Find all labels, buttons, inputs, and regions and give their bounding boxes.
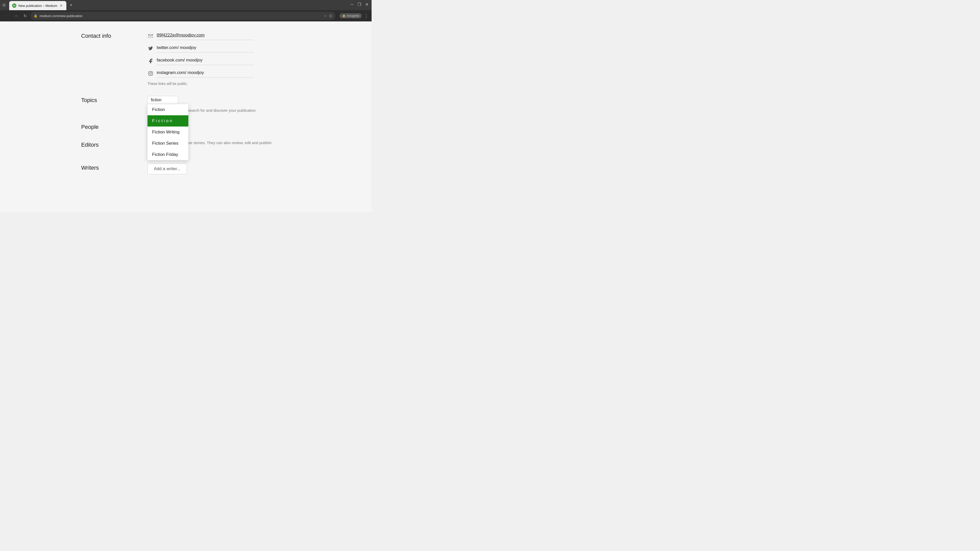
back-button[interactable]: ←: [3, 12, 10, 19]
reader-mode-icon[interactable]: ⊡: [329, 14, 332, 18]
facebook-icon: [148, 58, 154, 64]
twitter-input[interactable]: [157, 44, 254, 52]
contact-info-content: These links will be public.: [148, 32, 290, 86]
svg-point-3: [151, 72, 152, 73]
incognito-icon: 🕵: [342, 14, 346, 17]
topics-dropdown: Fiction F i c t i o n Fiction Writing Fi…: [148, 104, 188, 160]
tab-list-icon[interactable]: ▼: [2, 3, 6, 7]
writers-content: Add a writer...: [148, 164, 290, 174]
browser-window: ▼ M New publication – Medium ✕ + ─ ❐ ✕: [0, 0, 372, 212]
address-right-icons: ☆ ⊡: [324, 14, 332, 18]
tab-nav-area: ▼: [2, 3, 6, 7]
contact-info-label: Contact info: [81, 32, 137, 86]
writers-section: Writers Add a writer...: [81, 164, 290, 174]
incognito-badge: 🕵 Incognito: [339, 13, 362, 18]
incognito-label: Incognito: [347, 14, 360, 17]
facebook-input[interactable]: [157, 57, 254, 65]
new-tab-button[interactable]: +: [67, 2, 75, 9]
email-input[interactable]: [157, 32, 254, 40]
browser-chrome: ▼ M New publication – Medium ✕ + ─ ❐ ✕: [0, 0, 372, 21]
topics-label: Topics: [81, 96, 137, 113]
contact-info-section: Contact info: [81, 32, 290, 86]
twitter-icon: [148, 45, 154, 52]
content-container: Contact info: [71, 32, 301, 174]
email-field-row: [148, 32, 290, 40]
dropdown-item-fiction-series[interactable]: Fiction Series: [148, 138, 188, 149]
close-button[interactable]: ✕: [365, 2, 369, 7]
tab-bar: ▼ M New publication – Medium ✕ + ─ ❐ ✕: [0, 0, 372, 10]
dropdown-item-fiction-friday[interactable]: Fiction Friday: [148, 149, 188, 160]
dropdown-item-fiction-highlighted[interactable]: F i c t i o n: [148, 115, 188, 127]
address-bar-row: ← → ↻ 🔒 medium.com/new-publication ☆ ⊡ 🕵…: [0, 10, 372, 21]
minimize-button[interactable]: ─: [351, 2, 353, 7]
topics-container: Fiction F i c t i o n Fiction Writing Fi…: [148, 96, 290, 113]
editors-label: Editors: [81, 141, 137, 153]
dropdown-item-fiction[interactable]: Fiction: [148, 104, 188, 115]
topic-input-wrapper: Fiction F i c t i o n Fiction Writing Fi…: [148, 96, 178, 104]
facebook-field-row: [148, 57, 290, 65]
svg-point-2: [150, 73, 151, 75]
instagram-input[interactable]: [157, 69, 254, 78]
forward-button[interactable]: →: [12, 12, 19, 19]
url-display: medium.com/new-publication: [40, 14, 322, 18]
public-note: These links will be public.: [148, 82, 290, 86]
active-tab[interactable]: M New publication – Medium ✕: [9, 1, 66, 10]
address-bar[interactable]: 🔒 medium.com/new-publication ☆ ⊡: [30, 12, 335, 20]
restore-button[interactable]: ❐: [358, 2, 361, 7]
topic-search-input[interactable]: [148, 96, 178, 104]
bookmark-icon[interactable]: ☆: [324, 14, 327, 18]
email-icon: [148, 33, 154, 39]
svg-rect-1: [148, 71, 153, 76]
tab-close-button[interactable]: ✕: [59, 3, 63, 8]
lock-icon: 🔒: [34, 14, 38, 17]
tab-title: New publication – Medium: [18, 4, 57, 8]
tab-favicon: M: [12, 3, 16, 8]
browser-menu-button[interactable]: ⋮: [364, 13, 369, 19]
topics-content: Fiction F i c t i o n Fiction Writing Fi…: [148, 96, 290, 113]
dropdown-item-fiction-writing[interactable]: Fiction Writing: [148, 127, 188, 138]
window-controls: ─ ❐ ✕: [351, 2, 369, 7]
writers-label: Writers: [81, 164, 137, 174]
add-writer-button[interactable]: Add a writer...: [148, 164, 187, 174]
reload-button[interactable]: ↻: [21, 12, 29, 19]
instagram-field-row: [148, 69, 290, 78]
browser-actions: 🕵 Incognito ⋮: [339, 13, 369, 19]
instagram-icon: [148, 70, 154, 76]
twitter-field-row: [148, 44, 290, 52]
topics-section: Topics Fiction F i c t i o n Fiction Wri…: [81, 96, 290, 113]
page-content: Contact info: [0, 21, 372, 212]
people-label: People: [81, 123, 137, 130]
